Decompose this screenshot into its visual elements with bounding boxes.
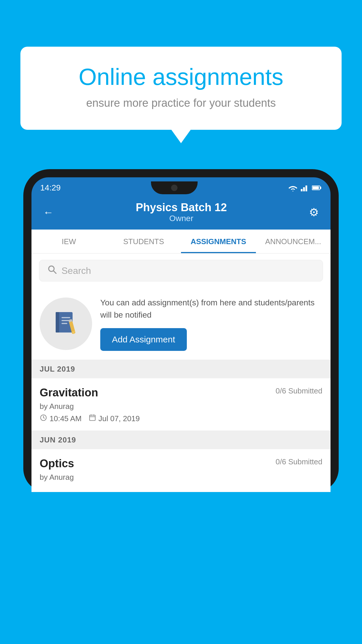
tab-iew[interactable]: IEW [31, 230, 106, 253]
assignment-title: Gravitation [40, 386, 98, 399]
svg-point-6 [49, 266, 54, 272]
svg-rect-9 [56, 312, 59, 332]
header-title-area: Physics Batch 12 Owner [136, 201, 227, 223]
svg-rect-17 [89, 415, 95, 420]
tabs-bar: IEW STUDENTS ASSIGNMENTS ANNOUNCEM... [31, 230, 331, 253]
notebook-icon [53, 311, 79, 337]
svg-rect-1 [303, 187, 305, 191]
phone-wrapper: 14:29 [23, 169, 339, 644]
assignment-icon-circle [40, 298, 92, 350]
info-description: You can add assignment(s) from here and … [100, 297, 322, 321]
speech-bubble-container: Online assignments ensure more practice … [20, 47, 342, 130]
assignment-author: by Anurag [40, 402, 322, 411]
svg-rect-5 [312, 186, 319, 189]
assignment-meta: 10:45 AM Jul 07, 2019 [40, 414, 322, 424]
info-card: You can add assignment(s) from here and … [31, 288, 331, 360]
assignment-item-optics[interactable]: Optics 0/6 Submitted by Anurag [31, 449, 331, 492]
assignment-item-gravitation[interactable]: Gravitation 0/6 Submitted by Anurag 10:4… [31, 378, 331, 431]
tab-announcements[interactable]: ANNOUNCEM... [256, 230, 331, 253]
clock-icon [40, 414, 47, 424]
optics-title: Optics [40, 457, 74, 470]
search-container: Search [31, 253, 331, 288]
signal-icon [301, 184, 309, 191]
battery-icon [312, 185, 322, 190]
settings-button[interactable]: ⚙ [309, 206, 319, 219]
search-icon [48, 265, 57, 276]
add-assignment-button[interactable]: Add Assignment [100, 328, 187, 351]
search-bar[interactable]: Search [39, 260, 323, 281]
camera [171, 185, 178, 191]
info-text-area: You can add assignment(s) from here and … [100, 297, 322, 351]
phone-outer: 14:29 [23, 169, 339, 492]
speech-bubble-title: Online assignments [44, 64, 318, 90]
svg-rect-2 [305, 186, 307, 191]
assignment-item-header: Gravitation 0/6 Submitted [40, 386, 322, 399]
status-bar: 14:29 [31, 177, 331, 194]
meta-date: Jul 07, 2019 [89, 414, 140, 424]
app-header: ← Physics Batch 12 Owner ⚙ [31, 194, 331, 230]
section-header-jul: JUL 2019 [31, 360, 331, 378]
search-input[interactable]: Search [61, 265, 91, 276]
meta-time: 10:45 AM [40, 414, 82, 424]
optics-author: by Anurag [40, 473, 322, 482]
assignment-date: Jul 07, 2019 [99, 414, 140, 423]
back-button[interactable]: ← [43, 206, 54, 218]
notch [151, 181, 198, 194]
assignment-item-optics-header: Optics 0/6 Submitted [40, 457, 322, 470]
svg-rect-10 [61, 317, 70, 318]
optics-submitted: 0/6 Submitted [276, 457, 322, 466]
calendar-icon [89, 414, 96, 424]
assignment-submitted: 0/6 Submitted [276, 386, 322, 396]
header-subtitle: Owner [136, 214, 227, 223]
wifi-icon [288, 184, 298, 191]
assignment-time: 10:45 AM [50, 414, 82, 423]
section-header-jun: JUN 2019 [31, 431, 331, 449]
svg-rect-0 [301, 189, 303, 191]
speech-bubble-subtitle: ensure more practice for your students [44, 97, 318, 109]
tab-students[interactable]: STUDENTS [106, 230, 181, 253]
status-time: 14:29 [40, 183, 61, 192]
header-title: Physics Batch 12 [136, 201, 227, 214]
svg-line-7 [54, 271, 56, 273]
phone-screen: ← Physics Batch 12 Owner ⚙ IEW STUDENTS … [31, 194, 331, 492]
svg-rect-4 [320, 187, 321, 189]
svg-rect-12 [61, 323, 67, 324]
status-icons [288, 184, 322, 191]
tab-assignments[interactable]: ASSIGNMENTS [181, 230, 256, 253]
speech-bubble: Online assignments ensure more practice … [20, 47, 342, 130]
